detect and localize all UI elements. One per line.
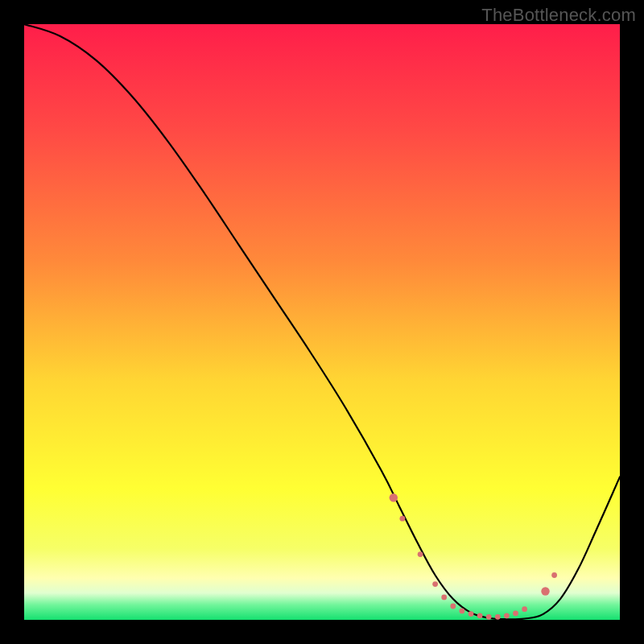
floor-dot [400,516,406,522]
floor-dot [469,611,474,617]
floor-dot [450,604,456,609]
floor-dot [477,613,483,618]
floor-dot [486,614,492,620]
floor-dot [441,594,447,600]
bottleneck-curve-plot [24,24,620,620]
watermark-text: TheBottleneck.com [481,5,636,26]
floor-dot [513,610,518,616]
floor-dot [504,613,510,618]
floor-dot [551,572,557,578]
floor-dot [390,493,398,502]
floor-dot [495,614,501,620]
gradient-background [24,24,620,620]
floor-dot [460,609,465,614]
chart-container: TheBottleneck.com [0,0,644,644]
floor-dot [541,587,549,595]
floor-dot [522,606,527,612]
floor-dot [432,581,438,587]
chart-svg [24,24,620,620]
floor-dot [418,551,423,557]
